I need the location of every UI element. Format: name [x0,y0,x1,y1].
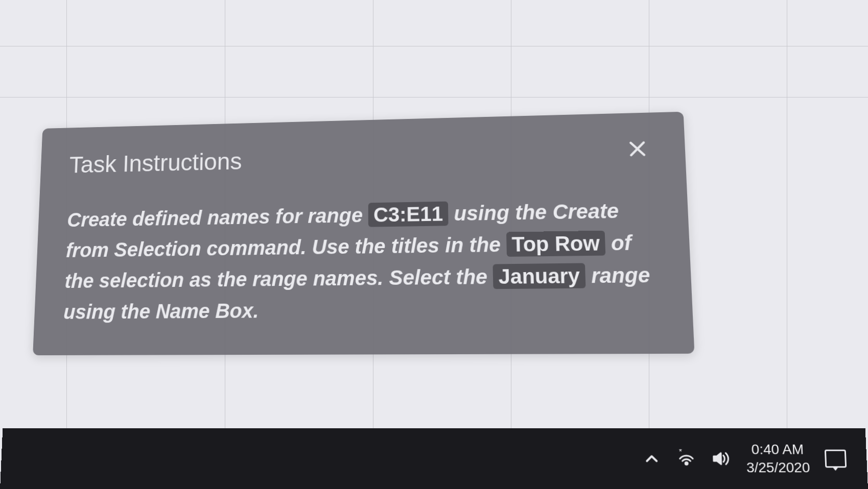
instruction-text: Create defined names for range [67,204,368,231]
svg-text:*: * [679,449,683,456]
panel-title: Task Instructions [69,148,242,178]
wifi-icon: * [676,449,696,469]
windows-taskbar: * 0:40 AM 3/25/2020 [0,428,868,489]
panel-header: Task Instructions [69,138,654,178]
chevron-up-icon [642,449,662,469]
network-button[interactable]: * [676,449,696,469]
clock-date: 3/25/2020 [746,459,811,477]
close-button[interactable] [622,138,653,164]
range-highlight: C3:E11 [368,202,448,227]
svg-marker-4 [714,453,721,464]
show-hidden-icons-button[interactable] [642,449,662,469]
panel-body: Create defined names for range C3:E11 us… [63,194,660,327]
action-center-button[interactable] [825,450,847,468]
speaker-icon [711,449,731,469]
toprow-highlight: Top Row [506,231,605,257]
clock-button[interactable]: 0:40 AM 3/25/2020 [745,441,810,477]
svg-point-2 [686,462,688,465]
close-icon [626,138,649,160]
task-instructions-panel: Task Instructions Create defined names f… [33,112,694,355]
clock-time: 0:40 AM [745,441,809,459]
volume-button[interactable] [711,449,731,469]
january-highlight: January [493,263,585,289]
